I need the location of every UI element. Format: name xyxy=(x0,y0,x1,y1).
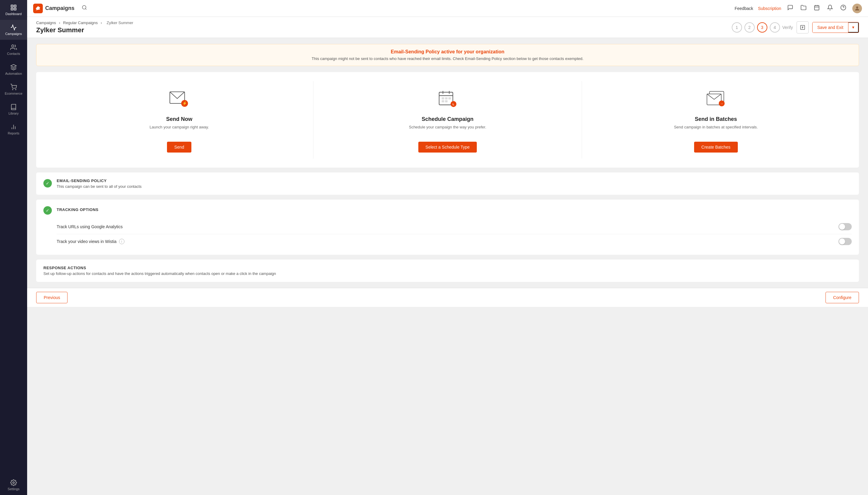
sidebar-item-automation[interactable]: Automation xyxy=(0,60,27,80)
top-navigation: Campaigns Feedback Subscription xyxy=(27,0,868,17)
sidebar-item-reports[interactable]: Reports xyxy=(0,119,27,139)
svg-rect-30 xyxy=(449,97,451,100)
tracking-section: ✓ TRACKING OPTIONS Track URLs using Goog… xyxy=(36,200,859,255)
logo-icon xyxy=(33,4,43,13)
wistia-tracking-toggle[interactable] xyxy=(838,238,852,245)
sidebar-item-settings[interactable]: Settings xyxy=(0,475,27,495)
send-now-option: ⚡ Send Now Launch your campaign right aw… xyxy=(45,81,313,158)
breadcrumb-sep1: › xyxy=(59,20,60,25)
step-4[interactable]: 4 xyxy=(770,22,780,33)
sidebar-campaigns-label: Campaigns xyxy=(5,32,22,36)
folder-icon[interactable] xyxy=(800,4,806,12)
breadcrumb-sep2: › xyxy=(101,20,102,25)
svg-point-19 xyxy=(856,6,858,8)
sidebar-library-label: Library xyxy=(8,112,19,115)
batches-icon: → xyxy=(704,87,728,111)
content-area: Email-Sending Policy active for your org… xyxy=(27,38,868,495)
save-exit-button[interactable]: Save and Exit ▼ xyxy=(812,22,859,33)
sidebar-reports-label: Reports xyxy=(8,132,20,135)
send-batches-option: → Send in Batches Send campaign in batch… xyxy=(582,81,850,158)
policy-check-icon: ✓ xyxy=(44,179,52,188)
sidebar-item-contacts[interactable]: Contacts xyxy=(0,40,27,60)
svg-rect-3 xyxy=(14,8,16,10)
send-now-button[interactable]: Send xyxy=(167,142,191,153)
bell-icon[interactable] xyxy=(827,4,833,12)
svg-rect-2 xyxy=(11,8,13,10)
select-schedule-button[interactable]: Select a Schedule Type xyxy=(418,142,477,153)
schedule-icon: L xyxy=(435,87,459,111)
svg-rect-29 xyxy=(445,97,448,100)
step-2[interactable]: 2 xyxy=(744,22,755,33)
ga-tracking-label: Track URLs using Google Analytics xyxy=(57,224,123,229)
schedule-desc: Schedule your campaign the way you prefe… xyxy=(409,125,486,136)
tracking-check-icon: ✓ xyxy=(44,206,52,215)
messages-icon[interactable] xyxy=(787,4,793,12)
sidebar-item-library[interactable]: Library xyxy=(0,100,27,119)
batches-title: Send in Batches xyxy=(695,116,737,122)
sidebar-contacts-label: Contacts xyxy=(7,52,20,55)
svg-rect-28 xyxy=(441,97,444,100)
policy-banner-text: This campaign might not be sent to conta… xyxy=(44,56,851,61)
svg-point-11 xyxy=(82,5,86,9)
step-3[interactable]: 3 xyxy=(757,22,767,33)
ga-tracking-toggle[interactable] xyxy=(838,223,852,230)
wistia-info-icon[interactable]: i xyxy=(119,239,124,244)
sidebar: Dashboard Campaigns Contacts Automation … xyxy=(0,0,27,495)
calendar-icon[interactable] xyxy=(814,4,820,12)
create-batches-button[interactable]: Create Batches xyxy=(694,142,738,153)
sidebar-settings-label: Settings xyxy=(7,487,20,491)
sidebar-dashboard-label: Dashboard xyxy=(5,12,22,16)
response-actions-content: RESPONSE ACTIONS Set up follow-up action… xyxy=(44,266,852,276)
save-exit-main[interactable]: Save and Exit xyxy=(813,22,848,33)
policy-banner: Email-Sending Policy active for your org… xyxy=(36,44,859,66)
search-icon[interactable] xyxy=(82,5,87,12)
policy-banner-title: Email-Sending Policy active for your org… xyxy=(44,49,851,54)
save-exit-dropdown[interactable]: ▼ xyxy=(848,22,859,33)
sidebar-item-dashboard[interactable]: Dashboard xyxy=(0,0,27,20)
svg-text:L: L xyxy=(453,102,454,106)
svg-rect-13 xyxy=(815,5,819,10)
preview-button[interactable] xyxy=(797,21,809,33)
schedule-title: Schedule Campaign xyxy=(422,116,473,122)
sidebar-item-campaigns[interactable]: Campaigns xyxy=(0,20,27,40)
help-icon[interactable] xyxy=(840,4,846,12)
page-header-actions: 1 2 3 4 Verify Save and Exit ▼ xyxy=(732,21,859,33)
previous-button[interactable]: Previous xyxy=(36,292,68,303)
send-now-title: Send Now xyxy=(166,116,192,122)
inner-content: Email-Sending Policy active for your org… xyxy=(27,38,868,288)
page-title: Zylker Summer xyxy=(36,26,135,34)
feedback-link[interactable]: Feedback xyxy=(734,6,753,11)
configure-button[interactable]: Configure xyxy=(826,292,859,303)
svg-point-6 xyxy=(15,89,16,90)
tracking-header: ✓ TRACKING OPTIONS xyxy=(44,206,852,215)
send-now-icon: ⚡ xyxy=(167,87,191,111)
app-name: Campaigns xyxy=(45,5,74,12)
step-indicators: 1 2 3 4 Verify xyxy=(732,22,793,33)
breadcrumb-campaigns[interactable]: Campaigns xyxy=(36,20,56,25)
policy-section-desc: This campaign can be sent to all of your… xyxy=(57,184,852,189)
svg-point-4 xyxy=(12,45,14,47)
svg-line-12 xyxy=(86,8,87,9)
sidebar-item-ecommerce[interactable]: Ecommerce xyxy=(0,80,27,100)
step-1[interactable]: 1 xyxy=(732,22,742,33)
sidebar-ecommerce-label: Ecommerce xyxy=(5,92,23,95)
subscription-link[interactable]: Subscription xyxy=(758,6,781,11)
response-actions-section: RESPONSE ACTIONS Set up follow-up action… xyxy=(36,259,859,282)
send-options-panel: ⚡ Send Now Launch your campaign right aw… xyxy=(36,72,859,168)
sidebar-automation-label: Automation xyxy=(5,72,22,75)
batches-desc: Send campaign in batches at specified in… xyxy=(674,125,758,136)
user-avatar[interactable] xyxy=(852,4,862,13)
response-actions-desc: Set up follow-up actions for contacts an… xyxy=(44,271,852,276)
svg-rect-32 xyxy=(445,100,448,102)
breadcrumb-current: Zylker Summer xyxy=(107,20,133,25)
breadcrumb-regular[interactable]: Regular Campaigns xyxy=(63,20,98,25)
response-actions-title: RESPONSE ACTIONS xyxy=(44,266,852,270)
svg-point-5 xyxy=(12,89,13,90)
svg-rect-31 xyxy=(441,100,444,102)
policy-content: EMAIL-SENDING POLICY This campaign can b… xyxy=(57,178,852,189)
email-policy-section: ✓ EMAIL-SENDING POLICY This campaign can… xyxy=(36,172,859,195)
tracking-google-analytics: Track URLs using Google Analytics xyxy=(57,220,852,234)
svg-rect-0 xyxy=(11,5,13,7)
step-verify[interactable]: Verify xyxy=(782,25,793,30)
bottom-bar: Previous Configure xyxy=(27,288,868,307)
